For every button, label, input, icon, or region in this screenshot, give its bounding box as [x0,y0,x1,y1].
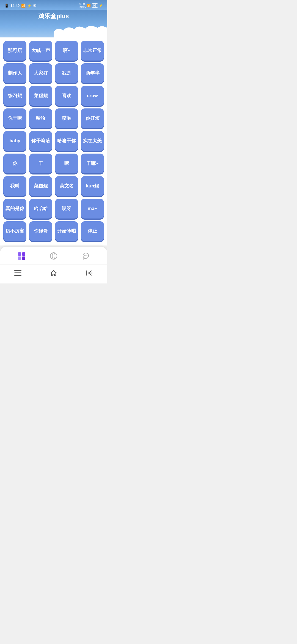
sim-icon: 📱 [4,4,9,8]
status-bar: 📱 14:49 📶 ⚡ ✉ 0.00KB/S 📶 98 ⚡ [0,0,107,10]
sound-button-btn28[interactable]: kun鲲 [81,176,104,196]
sound-button-btn13[interactable]: 你干嘛 [3,108,26,128]
sound-button-btn3[interactable]: 啊~ [55,41,78,61]
sound-button-btn1[interactable]: 那可店 [3,41,26,61]
sound-button-btn26[interactable]: 菜虚鲲 [29,176,52,196]
sound-button-btn17[interactable]: baby [3,131,26,151]
wifi-icon: 📶 [87,4,91,7]
svg-point-5 [85,255,86,256]
sound-button-btn35[interactable]: 开始吟唱 [55,221,78,241]
sound-button-btn19[interactable]: 哈嘛干你 [55,131,78,151]
network-speed: 0.00KB/S [79,2,86,9]
tab-chat[interactable] [75,250,97,261]
charging-icon: ⚡ [99,4,103,7]
cloud-decoration [0,24,107,37]
sound-button-btn6[interactable]: 大家好 [29,63,52,83]
sound-button-btn31[interactable]: 哎呀 [55,199,78,219]
sound-button-btn27[interactable]: 英文名 [55,176,78,196]
sound-button-btn8[interactable]: 两年半 [81,63,104,83]
sound-button-btn9[interactable]: 练习鲲 [3,86,26,106]
tab-home[interactable] [10,250,32,261]
sound-button-btn5[interactable]: 制作人 [3,63,26,83]
tab-explore[interactable] [43,250,65,261]
status-left: 📱 14:49 📶 ⚡ ✉ [4,4,36,8]
sound-button-btn34[interactable]: 你鲲哥 [29,221,52,241]
time: 14:49 [10,4,20,8]
svg-rect-8 [14,272,21,273]
tab-bar [0,247,107,264]
sound-button-btn24[interactable]: 干嘛~ [81,154,104,173]
sound-button-btn23[interactable]: 嘛 [55,154,78,173]
sound-button-btn2[interactable]: 大喊一声 [29,41,52,61]
sound-button-btn33[interactable]: 厉不厉害 [3,221,26,241]
chat-tab-icon [81,252,90,260]
sound-button-btn20[interactable]: 实在太美 [81,131,104,151]
signal-icon: 📶 [21,4,26,8]
sound-button-btn21[interactable]: 你 [3,154,26,173]
sound-button-btn32[interactable]: ma~ [81,199,104,219]
sound-button-btn12[interactable]: crow [81,86,104,106]
battery: 98 [92,3,98,8]
sound-button-btn16[interactable]: 你好烦 [81,108,104,128]
sound-button-btn36[interactable]: 停止 [81,221,104,241]
sound-button-btn10[interactable]: 菜虚鲲 [29,86,52,106]
sound-button-btn30[interactable]: 哈哈哈 [29,199,52,219]
svg-point-4 [84,255,85,256]
svg-point-6 [86,255,87,256]
sound-button-btn4[interactable]: 非常正常 [81,41,104,61]
sound-button-btn7[interactable]: 我是 [55,63,78,83]
nav-bar [0,264,107,283]
usb-icon: ⚡ [27,4,32,8]
main-content: 那可店大喊一声啊~非常正常制作人大家好我是两年半练习鲲菜虚鲲喜欢crow你干嘛哈… [0,37,107,245]
button-grid: 那可店大喊一声啊~非常正常制作人大家好我是两年半练习鲲菜虚鲲喜欢crow你干嘛哈… [3,40,104,242]
sound-button-btn11[interactable]: 喜欢 [55,86,78,106]
home-tab-icon [17,252,26,260]
home-button[interactable] [45,268,63,279]
sound-button-btn29[interactable]: 真的是你 [3,199,26,219]
header: 鸡乐盒plus [0,10,107,37]
back-button[interactable] [80,268,98,279]
svg-rect-7 [14,270,21,271]
menu-button[interactable] [9,268,27,279]
app-title: 鸡乐盒plus [0,12,107,24]
sound-button-btn25[interactable]: 我叫 [3,176,26,196]
status-right: 0.00KB/S 📶 98 ⚡ [79,2,103,9]
svg-rect-9 [14,275,21,276]
sound-button-btn15[interactable]: 哎哟 [55,108,78,128]
sound-button-btn14[interactable]: 哈哈 [29,108,52,128]
explore-tab-icon [49,252,58,260]
sound-button-btn18[interactable]: 你干嘛哈 [29,131,52,151]
sound-button-btn22[interactable]: 干 [29,154,52,173]
notification-icon: ✉ [33,4,36,8]
